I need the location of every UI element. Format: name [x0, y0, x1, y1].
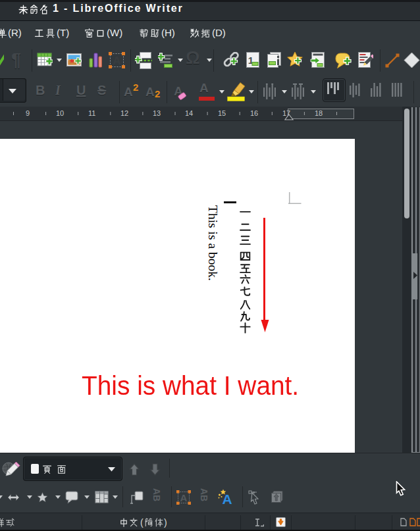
- svg-text:A: A: [180, 492, 188, 503]
- svg-text:A: A: [113, 55, 120, 67]
